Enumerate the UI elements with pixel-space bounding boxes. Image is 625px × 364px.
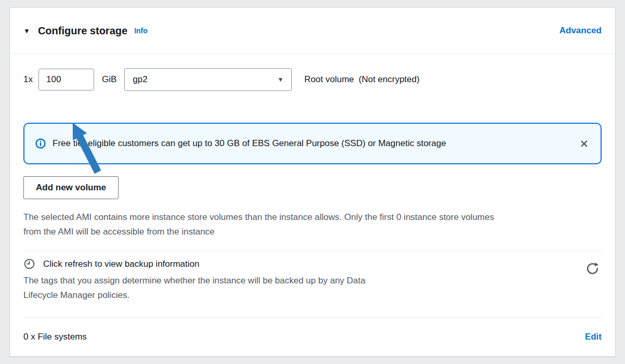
backup-desc-line2: Lifecycle Manager policies. (23, 288, 602, 303)
panel-header: ▼ Configure storage Info Advanced (10, 8, 615, 54)
refresh-button[interactable] (584, 261, 601, 278)
backup-description: The tags that you assign determine wheth… (23, 274, 602, 303)
file-systems-row: 0 x File systems Edit (23, 317, 602, 356)
collapse-caret-icon[interactable]: ▼ (23, 27, 30, 35)
volume-unit-label: GiB (102, 74, 116, 85)
volume-size-input[interactable] (38, 69, 94, 90)
volume-type-value: gp2 (133, 74, 147, 85)
refresh-icon (585, 262, 600, 276)
backup-desc-line1: The tags that you assign determine wheth… (23, 274, 602, 288)
backup-info-section: Click refresh to view backup information… (23, 251, 602, 305)
file-systems-label: 0 x File systems (23, 332, 87, 342)
backup-title-row: Click refresh to view backup information (23, 258, 602, 270)
root-volume-row: 1x GiB gp2 ▼ Root volume (Not encrypted) (23, 68, 602, 91)
volume-count-label: 1x (23, 74, 33, 85)
chevron-down-icon: ▼ (277, 76, 283, 83)
encryption-status-label: (Not encrypted) (359, 74, 420, 85)
ami-instance-store-warning: The selected AMI contains more instance … (23, 210, 602, 239)
panel-body: 1x GiB gp2 ▼ Root volume (Not encrypted)… (10, 54, 615, 356)
advanced-link[interactable]: Advanced (559, 25, 602, 36)
panel-title: Configure storage (38, 25, 127, 37)
volume-type-select[interactable]: gp2 ▼ (124, 68, 292, 91)
close-icon[interactable]: ✕ (578, 138, 590, 149)
edit-link[interactable]: Edit (585, 332, 602, 342)
root-volume-label: Root volume (304, 74, 354, 85)
alert-message: Free tier eligible customers can get up … (53, 138, 578, 149)
configure-storage-panel: ▼ Configure storage Info Advanced 1x GiB… (9, 7, 616, 357)
free-tier-info-alert: Free tier eligible customers can get up … (23, 123, 602, 164)
backup-title: Click refresh to view backup information (43, 259, 199, 269)
add-new-volume-button[interactable]: Add new volume (23, 176, 119, 199)
info-link[interactable]: Info (134, 27, 148, 35)
clock-icon (23, 258, 35, 270)
ami-warning-line1: The selected AMI contains more instance … (23, 210, 602, 225)
ami-warning-line2: from the AMI will be accessible from the… (23, 225, 602, 239)
info-circle-icon (35, 138, 46, 149)
